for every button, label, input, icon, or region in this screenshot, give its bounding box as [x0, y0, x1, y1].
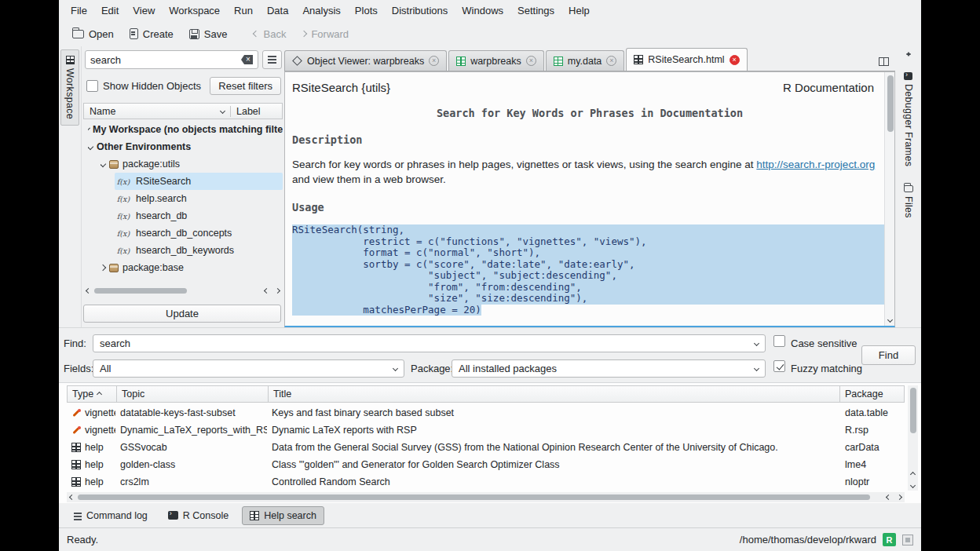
expander-icon[interactable]	[88, 128, 90, 132]
results-vertical-scrollbar[interactable]	[908, 385, 918, 491]
package-icon	[109, 160, 119, 169]
tab-my-data[interactable]: my.data	[546, 50, 625, 71]
tree-row-my-workspace[interactable]: My Workspace (no objects matching filter	[88, 121, 283, 138]
debugger-frames-dock-tab[interactable]: Debugger Frames	[901, 67, 916, 172]
find-combobox[interactable]: search	[93, 334, 766, 352]
tree-row-help-search[interactable]: help.search	[115, 190, 283, 207]
update-button[interactable]: Update	[83, 305, 281, 323]
menu-settings[interactable]: Settings	[510, 2, 561, 20]
files-dock-tab[interactable]: Files	[901, 180, 916, 224]
tree-row-rsitesearch[interactable]: RSiteSearch	[115, 173, 283, 190]
command-log-tab[interactable]: Command log	[67, 507, 155, 524]
left-dock-strip: Workspace	[59, 46, 82, 327]
tree-row-package-base[interactable]: package:base	[101, 259, 283, 276]
menu-analysis[interactable]: Analysis	[295, 2, 347, 20]
split-view-icon[interactable]	[879, 57, 889, 66]
menu-edit[interactable]: Edit	[94, 2, 126, 20]
package-combobox[interactable]: All installed packages	[452, 359, 766, 378]
scrollbar-thumb[interactable]	[887, 75, 894, 132]
results-header[interactable]: Type Topic Title Package	[67, 385, 905, 403]
tree-row-hsearch-db[interactable]: hsearch_db	[115, 207, 283, 224]
tab-warpbreaks[interactable]: warpbreaks	[448, 50, 544, 71]
tab-rsitesearch-html[interactable]: RSiteSearch.html	[626, 48, 747, 71]
help-header-left: RSiteSearch {utils}	[292, 81, 390, 94]
help-page-icon	[634, 55, 643, 64]
expander-icon[interactable]	[88, 144, 93, 150]
tree-row-package-utils[interactable]: package:utils	[101, 155, 283, 173]
scrollbar-thumb[interactable]	[78, 494, 870, 500]
dock-arrange-icon[interactable]	[905, 49, 912, 59]
result-row[interactable]: vignette datatable-keys-fast-subset Keys…	[67, 404, 905, 421]
back-button[interactable]: Back	[247, 25, 293, 43]
expander-icon[interactable]	[101, 161, 106, 167]
tree-row-other-environments[interactable]: Other Environments	[88, 138, 283, 155]
dropdown-icon	[754, 341, 759, 346]
close-tab-icon[interactable]	[606, 56, 616, 66]
package-icon	[109, 264, 119, 272]
menu-file[interactable]: File	[64, 2, 94, 20]
close-tab-icon[interactable]	[429, 56, 439, 66]
scrollbar-thumb[interactable]	[94, 288, 187, 294]
find-button[interactable]: Find	[861, 345, 916, 365]
result-row[interactable]: vignette Dynamic_LaTeX_reports_with_RSP …	[67, 421, 905, 439]
workspace-horizontal-scrollbar[interactable]	[83, 286, 283, 296]
result-row[interactable]: help crs2lm Controlled Random Search nlo…	[67, 473, 905, 491]
help-view: RSiteSearch {utils} R Documentation Sear…	[284, 71, 895, 327]
menu-view[interactable]: View	[126, 2, 162, 20]
tree-row-hsearch-db-concepts[interactable]: hsearch_db_concepts	[115, 224, 283, 242]
scroll-left-icon[interactable]	[886, 494, 891, 500]
tree-column-header[interactable]: Name Label	[83, 103, 283, 119]
document-area: Object Viewer: warpbreaks warpbreaks my.…	[284, 46, 895, 327]
close-tab-icon[interactable]	[730, 55, 740, 65]
fuzzy-matching-checkbox[interactable]	[773, 360, 785, 372]
results-horizontal-scrollbar[interactable]	[67, 492, 905, 502]
menu-run[interactable]: Run	[227, 2, 260, 20]
fields-combobox[interactable]: All	[93, 359, 404, 378]
menu-workspace[interactable]: Workspace	[162, 2, 227, 20]
document-tabbar: Object Viewer: warpbreaks warpbreaks my.…	[284, 49, 895, 71]
configure-columns-button[interactable]	[262, 50, 282, 69]
expander-icon[interactable]	[101, 265, 106, 271]
r-engine-status-badge[interactable]: R	[883, 533, 896, 546]
forward-button[interactable]: Forward	[294, 25, 356, 43]
open-button[interactable]: Open	[65, 25, 121, 43]
help-title: Search for Key Words or Phrases in Docum…	[285, 107, 894, 119]
reset-filters-button[interactable]: Reset filters	[210, 77, 281, 95]
scroll-left-icon[interactable]	[264, 288, 269, 294]
scroll-down-icon[interactable]	[910, 483, 916, 488]
close-tab-icon[interactable]	[526, 56, 536, 66]
scroll-up-icon[interactable]	[910, 472, 916, 477]
r-console-tab[interactable]: R Console	[161, 507, 236, 524]
bottom-toolview-tabs: Command log R Console Help search	[59, 503, 921, 527]
scroll-right-icon[interactable]	[275, 288, 280, 294]
usage-code-block[interactable]: RSiteSearch(string, restrict = c("functi…	[292, 224, 887, 316]
statusbar: Ready. /home/thomas/develop/rkward R	[59, 527, 921, 551]
help-vertical-scrollbar[interactable]	[884, 72, 894, 326]
scroll-left-icon[interactable]	[86, 288, 91, 294]
clear-search-icon[interactable]	[241, 55, 253, 64]
scroll-down-icon[interactable]	[887, 317, 893, 323]
workspace-dock-tab[interactable]: Workspace	[60, 49, 79, 126]
function-icon	[115, 212, 132, 221]
help-search-tab[interactable]: Help search	[242, 506, 324, 525]
object-viewer-icon	[292, 56, 302, 66]
search-r-project-link[interactable]: http://search.r-project.org	[756, 159, 875, 170]
menu-distributions[interactable]: Distributions	[385, 2, 455, 20]
scroll-right-icon[interactable]	[897, 494, 902, 500]
tree-row-hsearch-db-keywords[interactable]: hsearch_db_keywords	[115, 242, 283, 259]
menu-help[interactable]: Help	[561, 2, 597, 20]
case-sensitive-checkbox[interactable]	[773, 335, 785, 347]
create-button[interactable]: Create	[122, 25, 181, 43]
menu-data[interactable]: Data	[260, 2, 295, 20]
tab-object-viewer-warpbreaks[interactable]: Object Viewer: warpbreaks	[284, 50, 447, 71]
save-button[interactable]: Save	[182, 25, 235, 43]
workspace-search-input[interactable]: search	[85, 50, 258, 69]
menu-windows[interactable]: Windows	[455, 2, 510, 20]
result-row[interactable]: help GSSvocab Data from the General Soci…	[67, 439, 905, 456]
cwd-indicator-icon[interactable]	[902, 535, 913, 546]
scrollbar-thumb[interactable]	[910, 388, 916, 433]
scroll-left-icon[interactable]	[69, 494, 75, 500]
show-hidden-checkbox[interactable]	[86, 80, 98, 92]
result-row[interactable]: help golden-class Class '"golden"' and G…	[67, 456, 905, 473]
menu-plots[interactable]: Plots	[348, 2, 385, 20]
